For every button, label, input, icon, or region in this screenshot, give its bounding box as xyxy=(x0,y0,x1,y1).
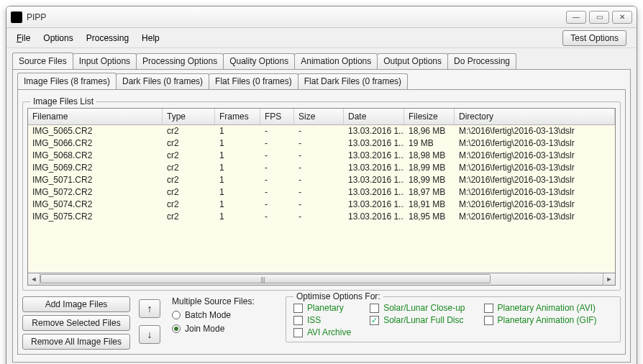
cell-frames: 1 xyxy=(215,137,260,150)
cell-dir: M:\2016\fertig\2016-03-13\dslr xyxy=(455,137,615,150)
tab-input-options[interactable]: Input Options xyxy=(73,53,137,70)
scroll-right-button[interactable]: ► xyxy=(603,273,615,286)
column-header-date[interactable]: Date xyxy=(344,109,404,124)
cell-date: 13.03.2016 1... xyxy=(344,199,404,211)
titlebar[interactable]: PIPP ― ▭ ✕ xyxy=(6,6,637,28)
column-header-fps[interactable]: FPS xyxy=(260,109,294,124)
remove-selected-files-button[interactable]: Remove Selected Files xyxy=(22,315,130,331)
cell-date: 13.03.2016 1... xyxy=(344,211,404,223)
maximize-button[interactable]: ▭ xyxy=(589,11,609,24)
app-window: PIPP ― ▭ ✕ File Options Processing Help … xyxy=(6,6,637,364)
menu-help[interactable]: Help xyxy=(142,33,160,43)
option-avi-archive[interactable]: AVI Archive xyxy=(293,327,351,337)
cell-filesize: 18,98 MB xyxy=(404,150,455,162)
cell-filename: IMG_5065.CR2 xyxy=(28,125,163,137)
cell-size: - xyxy=(294,186,344,199)
cell-size: - xyxy=(294,211,344,223)
subtab-flat[interactable]: Flat Dark Files (0 frames) xyxy=(298,73,408,90)
cell-date: 13.03.2016 1... xyxy=(344,174,404,186)
tab-source-files[interactable]: Source Files xyxy=(12,53,73,69)
main-tabs: Source FilesInput OptionsProcessing Opti… xyxy=(12,53,631,69)
cell-size: - xyxy=(294,162,344,174)
window-title: PIPP xyxy=(27,12,566,22)
cell-fps: - xyxy=(260,137,294,150)
option-solar-lunar-full-disc[interactable]: ✓Solar/Lunar Full Disc xyxy=(370,315,465,325)
column-header-filename[interactable]: Filename xyxy=(28,109,163,124)
group-title: Image Files List xyxy=(30,96,96,106)
column-header-type[interactable]: Type xyxy=(163,109,215,124)
table-row[interactable]: IMG_5072.CR2cr21--13.03.2016 1...18,97 M… xyxy=(28,186,615,199)
remove-all-image-files-button[interactable]: Remove All Image Files xyxy=(22,334,130,350)
option-planetary[interactable]: Planetary xyxy=(293,303,351,313)
table-row[interactable]: IMG_5075.CR2cr21--13.03.2016 1...18,95 M… xyxy=(28,211,615,223)
subtab-flat[interactable]: Flat Files (0 frames) xyxy=(209,73,298,90)
cell-dir: M:\2016\fertig\2016-03-13\dslr xyxy=(455,162,615,174)
cell-frames: 1 xyxy=(215,162,260,174)
cell-date: 13.03.2016 1... xyxy=(344,137,404,150)
image-files-list-group: Image Files List FilenameTypeFramesFPSSi… xyxy=(22,101,621,291)
cell-filesize: 18,95 MB xyxy=(404,211,455,223)
cell-dir: M:\2016\fertig\2016-03-13\dslr xyxy=(455,125,615,137)
horizontal-scrollbar[interactable]: ◄ ► xyxy=(27,273,616,286)
multiple-source-label: Multiple Source Files: xyxy=(172,296,277,306)
cell-type: cr2 xyxy=(163,137,215,150)
join-mode-radio[interactable]: Join Mode xyxy=(172,324,277,334)
scroll-left-button[interactable]: ◄ xyxy=(28,273,40,286)
option-planetary-animation-avi-[interactable]: Planetary Animation (AVI) xyxy=(484,303,597,313)
test-options-button[interactable]: Test Options xyxy=(562,30,626,46)
table-row[interactable]: IMG_5069.CR2cr21--13.03.2016 1...18,99 M… xyxy=(28,162,615,174)
table-row[interactable]: IMG_5071.CR2cr21--13.03.2016 1...18,99 M… xyxy=(28,174,615,186)
cell-filename: IMG_5072.CR2 xyxy=(28,186,163,199)
cell-filename: IMG_5066.CR2 xyxy=(28,137,163,150)
option-solar-lunar-close-up[interactable]: Solar/Lunar Close-up xyxy=(370,303,465,313)
cell-type: cr2 xyxy=(163,150,215,162)
column-header-filesize[interactable]: Filesize xyxy=(404,109,455,124)
add-image-files-button[interactable]: Add Image Files xyxy=(22,296,130,312)
tab-animation-options[interactable]: Animation Options xyxy=(294,53,378,70)
table-row[interactable]: IMG_5066.CR2cr21--13.03.2016 1...19 MBM:… xyxy=(28,137,615,150)
optimise-title: Optimise Options For: xyxy=(293,291,383,301)
menu-options[interactable]: Options xyxy=(43,33,73,43)
close-button[interactable]: ✕ xyxy=(612,11,632,24)
minimize-button[interactable]: ― xyxy=(566,11,586,24)
subtab-dark[interactable]: Dark Files (0 frames) xyxy=(116,73,209,90)
batch-mode-radio[interactable]: Batch Mode xyxy=(172,310,277,320)
column-header-size[interactable]: Size xyxy=(294,109,344,124)
checkbox-icon xyxy=(293,316,303,325)
subtab-image[interactable]: Image Files (8 frames) xyxy=(17,73,117,89)
option-planetary-animation-gif-[interactable]: Planetary Animation (GIF) xyxy=(484,315,597,325)
menu-file[interactable]: File xyxy=(17,33,30,43)
checkbox-icon xyxy=(293,328,303,337)
files-table[interactable]: FilenameTypeFramesFPSSizeDateFilesizeDir… xyxy=(27,108,616,273)
optimise-options-group: Optimise Options For: PlanetaryISSAVI Ar… xyxy=(286,296,621,342)
cell-size: - xyxy=(294,137,344,150)
menu-processing[interactable]: Processing xyxy=(86,33,129,43)
scroll-thumb[interactable] xyxy=(40,274,491,283)
cell-filesize: 18,97 MB xyxy=(404,186,455,199)
cell-type: cr2 xyxy=(163,125,215,137)
cell-frames: 1 xyxy=(215,125,260,137)
source-files-panel: Image Files (8 frames)Dark Files (0 fram… xyxy=(12,69,631,363)
cell-filename: IMG_5075.CR2 xyxy=(28,211,163,223)
move-up-button[interactable]: ↑ xyxy=(139,299,160,318)
move-down-button[interactable]: ↓ xyxy=(139,325,160,344)
column-header-directory[interactable]: Directory xyxy=(455,109,615,124)
cell-type: cr2 xyxy=(163,174,215,186)
cell-fps: - xyxy=(260,125,294,137)
table-row[interactable]: IMG_5068.CR2cr21--13.03.2016 1...18,98 M… xyxy=(28,150,615,162)
checkbox-icon xyxy=(370,304,379,313)
tab-do-processing[interactable]: Do Processing xyxy=(447,53,516,70)
tab-output-options[interactable]: Output Options xyxy=(377,53,448,70)
cell-filename: IMG_5074.CR2 xyxy=(28,199,163,211)
table-row[interactable]: IMG_5065.CR2cr21--13.03.2016 1...18,96 M… xyxy=(28,125,615,137)
cell-size: - xyxy=(294,199,344,211)
tab-quality-options[interactable]: Quality Options xyxy=(223,53,295,70)
cell-date: 13.03.2016 1... xyxy=(344,150,404,162)
table-row[interactable]: IMG_5074.CR2cr21--13.03.2016 1...18,91 M… xyxy=(28,199,615,211)
option-iss[interactable]: ISS xyxy=(293,315,351,325)
tab-processing-options[interactable]: Processing Options xyxy=(136,53,224,70)
column-header-frames[interactable]: Frames xyxy=(215,109,260,124)
cell-fps: - xyxy=(260,186,294,199)
cell-dir: M:\2016\fertig\2016-03-13\dslr xyxy=(455,174,615,186)
cell-size: - xyxy=(294,125,344,137)
